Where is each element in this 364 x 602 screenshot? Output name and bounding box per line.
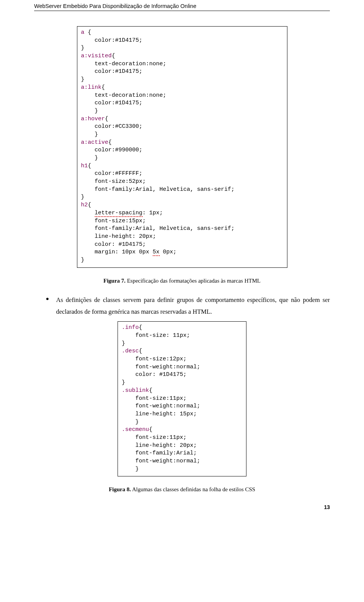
- code-line: }: [122, 465, 242, 473]
- code-line: a:link{: [81, 84, 283, 92]
- code-text: }: [81, 76, 85, 83]
- code-line: color:#1D4175;: [81, 37, 283, 45]
- code-text: }: [81, 194, 85, 200]
- code-text: color:#CC3300;: [81, 123, 143, 130]
- code-line: font-size:11px;: [122, 395, 242, 403]
- css-selector: a:link: [81, 84, 102, 91]
- code-text: color: #1D4175;: [122, 371, 187, 378]
- code-text: text-decoration:none;: [81, 61, 166, 67]
- code-text: line-height: 15px;: [122, 411, 197, 417]
- page-number: 13: [34, 504, 330, 510]
- code-line: line-height: 15px;: [122, 410, 242, 418]
- code-text: }: [122, 379, 125, 386]
- code-text: }: [81, 155, 98, 161]
- bullet-dot-icon: [46, 298, 49, 300]
- code-text: font-weight:normal;: [122, 364, 200, 370]
- code-line: color:#1D4175;: [81, 68, 283, 76]
- code-text: {: [112, 53, 115, 59]
- code-text: font-weight:normal;: [122, 458, 200, 464]
- code-text: {: [108, 139, 112, 146]
- code-text: color: #1D4175;: [81, 241, 146, 248]
- code-line: letter-spacing: 1px;: [81, 209, 283, 217]
- css-selector: .secmenu: [122, 426, 149, 433]
- code-line: font-weight:normal;: [122, 457, 242, 465]
- code-line: font-size:15px;: [81, 217, 283, 225]
- code-text: {: [102, 84, 105, 91]
- code-box-figure-8: .info{ font-size: 11px;}.desc{ font-size…: [118, 321, 246, 476]
- css-selector: a:active: [81, 139, 108, 146]
- figure-8-caption: Figura 8. Algumas das classes definidas …: [34, 486, 330, 493]
- code-text: }: [81, 131, 98, 138]
- code-text: {: [88, 163, 91, 169]
- code-line: text-decoration:none;: [81, 60, 283, 68]
- code-text: }: [122, 466, 139, 472]
- code-text: [81, 210, 95, 216]
- code-text: }: [81, 257, 85, 263]
- code-text: : 1px;: [143, 210, 163, 216]
- code-text: {: [149, 426, 152, 433]
- code-text: font-size:15px;: [81, 218, 146, 224]
- code-line: font-weight:normal;: [122, 402, 242, 410]
- code-line: }: [122, 340, 242, 348]
- code-text: font-size:11px;: [122, 395, 187, 402]
- code-line: }: [81, 193, 283, 201]
- code-line: color: #1D4175;: [81, 241, 283, 249]
- code-text: {: [105, 116, 108, 122]
- bullet-text: As definições de classes servem para def…: [56, 294, 330, 318]
- css-selector: h1: [81, 163, 88, 169]
- css-selector: a: [81, 29, 85, 36]
- bullet-item: As definições de classes servem para def…: [46, 294, 330, 318]
- document-page: WebServer Embebido Para Disponibilização…: [0, 0, 364, 522]
- code-line: line-height: 20px;: [122, 442, 242, 450]
- code-text: text-decoration:none;: [81, 92, 166, 99]
- code-text: }: [81, 108, 98, 114]
- code-line: line-height: 20px;: [81, 233, 283, 241]
- code-line: font-family:Arial, Helvetica, sans-serif…: [81, 186, 283, 194]
- css-selector: h2: [81, 202, 88, 208]
- code-line: color:#CC3300;: [81, 123, 283, 131]
- code-line: font-weight:normal;: [122, 363, 242, 371]
- css-selector: .info: [122, 324, 139, 331]
- code-line: color:#990000;: [81, 146, 283, 154]
- code-text: line-height: 20px;: [122, 442, 197, 449]
- code-line: }: [122, 379, 242, 387]
- code-text: font-family:Arial;: [122, 450, 197, 456]
- code-line: }: [81, 154, 283, 162]
- code-text: color:#FFFFFF;: [81, 170, 143, 177]
- code-text: }: [122, 340, 125, 347]
- spellcheck-underline: 5x: [153, 249, 160, 256]
- header-rule: [34, 11, 330, 11]
- code-line: font-size:12px;: [122, 355, 242, 363]
- code-text: line-height: 20px;: [81, 233, 156, 240]
- figure-7-caption: Figura 7. Especificação das formatações …: [34, 278, 330, 284]
- code-text: font-family:Arial, Helvetica, sans-serif…: [81, 225, 235, 232]
- code-text: color:#1D4175;: [81, 68, 143, 75]
- code-text: {: [85, 29, 91, 36]
- figure-8-caption-text: Algumas das classes definidas na folha d…: [131, 486, 255, 492]
- code-text: }: [81, 45, 85, 51]
- code-text: {: [88, 202, 91, 208]
- code-text: }: [122, 419, 139, 425]
- code-line: text-decoration:none;: [81, 92, 283, 100]
- code-line: a:active{: [81, 139, 283, 147]
- code-text: color:#990000;: [81, 147, 143, 153]
- css-selector: .sublink: [122, 387, 149, 394]
- css-selector: .desc: [122, 348, 139, 354]
- code-line: color:#FFFFFF;: [81, 170, 283, 178]
- code-text: color:#1D4175;: [81, 37, 143, 44]
- code-line: font-size:11px;: [122, 434, 242, 442]
- code-text: margin: 10px 0px: [81, 249, 153, 255]
- spellcheck-underline: letter-spacing: [95, 210, 143, 217]
- code-text: font-size:52px;: [81, 178, 146, 185]
- code-line: a:visited{: [81, 52, 283, 60]
- code-text: {: [149, 387, 152, 394]
- code-text: font-weight:normal;: [122, 403, 200, 409]
- code-text: color:#1D4175;: [81, 100, 143, 106]
- code-line: a {: [81, 29, 283, 37]
- code-line: font-size:52px;: [81, 178, 283, 186]
- figure-7-label: Figura 7.: [104, 278, 126, 284]
- page-header: WebServer Embebido Para Disponibilização…: [34, 0, 330, 10]
- code-text: font-size: 11px;: [122, 332, 190, 339]
- code-text: font-family:Arial, Helvetica, sans-serif…: [81, 186, 235, 193]
- code-line: h2{: [81, 201, 283, 209]
